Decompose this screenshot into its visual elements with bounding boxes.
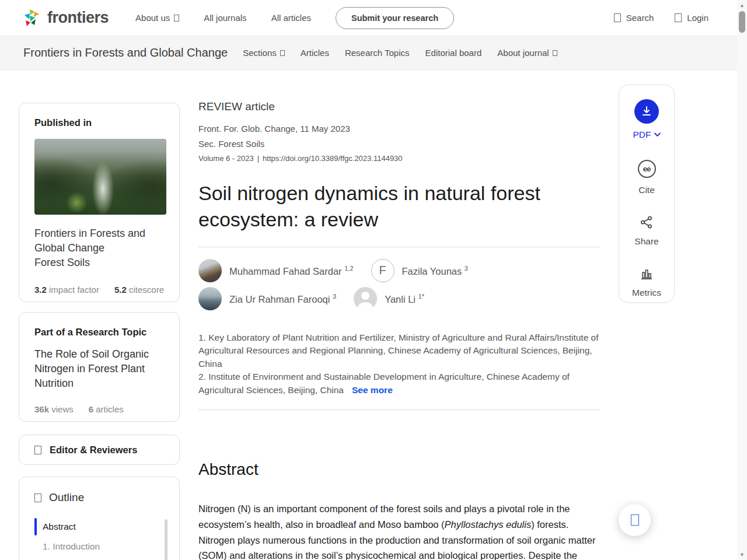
- download-icon: [641, 106, 652, 117]
- list-icon: [34, 494, 41, 502]
- outline-header[interactable]: Outline: [34, 491, 164, 504]
- doi-link[interactable]: https://doi.org/10.3389/ffgc.2023.114493…: [263, 154, 403, 163]
- pdf-dropdown[interactable]: PDF: [633, 130, 661, 140]
- author-list: Muhammad Fahad Sardar 1,2 F Fazila Youna…: [198, 259, 600, 310]
- login-button[interactable]: Login: [675, 13, 708, 23]
- article-toolbar: PDF ee Cite Share Metri: [619, 85, 675, 303]
- top-navbar: frontiers About us All journals All arti…: [0, 0, 747, 36]
- chat-icon: [631, 514, 639, 526]
- abstract-text: Nitrogen (N) is an important component o…: [198, 501, 600, 560]
- logo-wordmark: frontiers: [47, 9, 109, 27]
- author-li[interactable]: Yanli Li 1*: [354, 287, 424, 310]
- article-title: Soil nitrogen dynamics in natural forest…: [198, 180, 600, 233]
- journal-stats: 3.2 impact factor 5.2 citescore: [34, 285, 164, 295]
- top-nav-links: About us All journals All articles: [135, 13, 311, 23]
- outline-list: Abstract 1. Introduction: [34, 517, 164, 556]
- frontiers-article-page: frontiers About us All journals All arti…: [0, 0, 747, 560]
- editors-reviewers-label: Editor & Reviewers: [50, 444, 137, 456]
- author-farooqi[interactable]: Zia Ur Rahman Farooqi 3: [198, 287, 336, 310]
- scroll-up-arrow[interactable]: ▲: [737, 1, 747, 9]
- nav-about-journal[interactable]: About journal: [497, 48, 557, 58]
- outline-label: Outline: [49, 491, 84, 504]
- person-placeholder-icon: [354, 287, 377, 310]
- research-topic-link[interactable]: The Role of Soil Organic Nitrogen in For…: [34, 347, 164, 391]
- nav-sections[interactable]: Sections: [243, 48, 285, 58]
- volume-label: Volume 6 - 2023: [198, 154, 254, 163]
- section-link[interactable]: Forest Soils: [34, 256, 164, 270]
- affiliation-2: 2. Institute of Environment and Sustaina…: [198, 370, 600, 397]
- views-stat: 36k views: [34, 404, 74, 414]
- people-icon: [34, 446, 41, 454]
- published-in-heading: Published in: [34, 117, 164, 128]
- article-type-label: REVIEW article: [198, 100, 600, 113]
- affiliations: 1. Key Laboratory of Plant Nutrition and…: [198, 331, 600, 397]
- published-in-card: Published in Frontiers in Forests and Gl…: [19, 103, 180, 302]
- nav-about-us[interactable]: About us: [135, 13, 179, 23]
- top-nav-right: Search Login: [614, 13, 729, 23]
- cite-button[interactable]: ee Cite: [638, 160, 656, 195]
- author-initial-avatar: F: [371, 259, 395, 282]
- quote-icon: ee: [638, 160, 656, 178]
- frontiers-logo-icon: [22, 8, 42, 28]
- journal-home-link[interactable]: Frontiers in Forests and Global Change: [23, 46, 228, 60]
- citescore-stat: 5.2 citescore: [114, 285, 164, 295]
- chat-help-button[interactable]: [619, 504, 651, 536]
- article-section: Sec. Forest Soils: [198, 139, 600, 149]
- scrollbar-thumb[interactable]: [739, 11, 745, 33]
- divider: [198, 247, 600, 247]
- chevron-down-icon: [280, 50, 285, 56]
- nav-all-journals[interactable]: All journals: [204, 13, 246, 23]
- editors-reviewers-card[interactable]: Editor & Reviewers: [19, 435, 180, 465]
- author-avatar: [198, 287, 222, 310]
- pdf-download-button[interactable]: [634, 99, 659, 124]
- article-content: REVIEW article Front. For. Glob. Change,…: [198, 82, 600, 560]
- frontiers-logo[interactable]: frontiers: [22, 8, 109, 28]
- article-citation: Front. For. Glob. Change, 11 May 2023: [198, 124, 600, 134]
- affiliation-1: 1. Key Laboratory of Plant Nutrition and…: [198, 331, 600, 370]
- chevron-down-icon: [553, 50, 557, 56]
- journal-link[interactable]: Frontiers in Forests and Global Change: [34, 226, 164, 256]
- outline-scrollbar[interactable]: [165, 519, 167, 560]
- nav-research-topics[interactable]: Research Topics: [345, 48, 410, 58]
- outline-item-introduction[interactable]: 1. Introduction: [34, 537, 164, 556]
- metrics-button[interactable]: Metrics: [632, 267, 661, 298]
- share-button[interactable]: Share: [634, 215, 658, 247]
- search-icon: [614, 13, 621, 22]
- author-avatar: [198, 259, 222, 282]
- impact-factor-stat: 3.2 impact factor: [34, 285, 99, 295]
- nav-all-articles[interactable]: All articles: [271, 13, 311, 23]
- journal-navbar: Frontiers in Forests and Global Change S…: [0, 36, 747, 70]
- journal-nav-links: Sections Articles Research Topics Editor…: [243, 48, 557, 58]
- page-scrollbar[interactable]: ▲ ▼: [737, 0, 747, 560]
- scroll-down-arrow[interactable]: ▼: [737, 551, 747, 559]
- see-more-link[interactable]: See more: [352, 385, 393, 395]
- species-name-italic: Phyllostachys edulis: [445, 519, 532, 530]
- chevron-down-icon: [654, 132, 661, 137]
- share-icon: [640, 215, 654, 229]
- submit-research-button[interactable]: Submit your research: [336, 7, 454, 29]
- articles-stat: 6 articles: [89, 404, 124, 414]
- search-button[interactable]: Search: [614, 13, 654, 23]
- chevron-down-icon: [174, 15, 179, 22]
- research-topic-stats: 36k views 6 articles: [34, 404, 164, 414]
- separator: |: [257, 154, 259, 163]
- outline-item-abstract[interactable]: Abstract: [34, 517, 164, 537]
- article-volume-doi: Volume 6 - 2023 | https://doi.org/10.338…: [198, 154, 600, 163]
- author-younas[interactable]: F Fazila Younas 3: [371, 259, 468, 282]
- research-topic-card: Part of a Research Topic The Role of Soi…: [19, 312, 180, 422]
- nav-editorial-board[interactable]: Editorial board: [425, 48, 482, 58]
- nav-articles[interactable]: Articles: [301, 48, 329, 58]
- journal-cover-image[interactable]: [34, 139, 166, 215]
- outline-card: Outline Abstract 1. Introduction: [19, 477, 180, 560]
- divider: [198, 410, 600, 410]
- user-icon: [675, 13, 682, 22]
- abstract-heading: Abstract: [198, 460, 600, 479]
- research-topic-heading: Part of a Research Topic: [34, 327, 164, 338]
- bar-chart-icon: [640, 267, 654, 281]
- author-sardar[interactable]: Muhammad Fahad Sardar 1,2: [198, 259, 354, 282]
